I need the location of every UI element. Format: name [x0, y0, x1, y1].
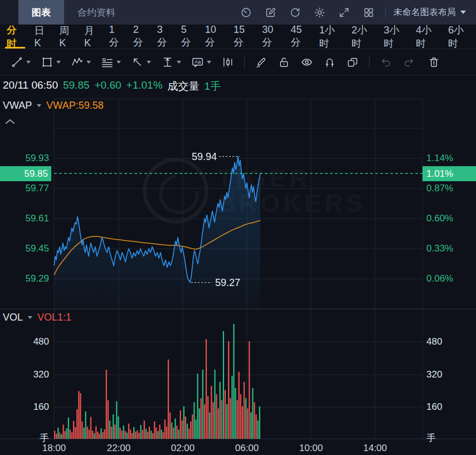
trend-line-tool[interactable] [6, 56, 36, 69]
volume-bar [226, 404, 227, 439]
volume-bar [142, 430, 143, 439]
timeframe-item-6[interactable]: 3分 [152, 25, 176, 49]
volume-bar [63, 425, 64, 439]
volume-bar [220, 382, 221, 439]
volume-bar [87, 427, 88, 439]
quote-volume-label: 成交量 [168, 79, 200, 94]
volume-bar [245, 398, 246, 439]
volume-bar [152, 433, 153, 439]
chart-canvas[interactable]: 59.9459.27 [0, 75, 476, 455]
chevron-down-icon[interactable] [37, 104, 41, 107]
patterns-tool[interactable] [216, 56, 239, 69]
measure-tool[interactable] [156, 56, 186, 69]
timeframe-item-1[interactable]: 日K [29, 25, 54, 49]
unlock-icon [278, 56, 290, 69]
timeframe-item-7[interactable]: 5分 [176, 25, 200, 49]
volume-bar [80, 393, 81, 439]
gann-lines-tool[interactable]: G [96, 56, 126, 69]
chevron-down-icon[interactable] [28, 316, 32, 319]
timeframe-item-3[interactable]: 月K [79, 25, 104, 49]
timeframe-item-16[interactable]: 6小时 [443, 25, 475, 49]
freehand-draw-tool[interactable] [250, 56, 273, 69]
chart-area[interactable]: TIGER BROKERS 59.9459.27 20/11 06:50 59.… [0, 75, 476, 455]
volume-axis-label: 160 [0, 401, 49, 413]
timeframe-item-4[interactable]: 1分 [104, 25, 128, 49]
timeframe-item-0[interactable]: 分时 [1, 25, 29, 49]
volume-bar [249, 341, 250, 439]
tab-chart[interactable]: 图表 [18, 0, 64, 25]
magnet-toggle[interactable] [318, 56, 341, 69]
text-tool[interactable]: Aa [186, 56, 216, 69]
volume-bar [193, 402, 195, 439]
timeframe-item-12[interactable]: 1小时 [314, 25, 346, 49]
volume-bar [113, 414, 114, 439]
percent-axis-label: 0.33% [426, 243, 453, 254]
vwap-name[interactable]: VWAP [3, 100, 32, 112]
vol-value: VOL1:1 [37, 312, 71, 323]
timeframe-item-9[interactable]: 15分 [228, 25, 256, 49]
volume-bar [147, 432, 148, 439]
market-gauge-button[interactable] [234, 0, 258, 25]
volume-bar [135, 432, 136, 439]
volume-bar [190, 422, 191, 439]
volume-bar [235, 388, 236, 439]
top-bar-spacer [0, 0, 18, 25]
volume-bar [99, 434, 100, 439]
volume-bar [81, 422, 82, 439]
price-axis-label: 59.45 [0, 243, 49, 254]
text-annotation-icon: Aa [191, 56, 204, 69]
volume-bar [239, 372, 240, 439]
quote-datetime: 20/11 06:50 [3, 79, 58, 94]
redo-button[interactable] [397, 56, 420, 69]
clone-tool[interactable] [341, 56, 364, 69]
gauge-icon [240, 7, 252, 18]
undo-button[interactable] [375, 56, 397, 69]
timeframe-item-14[interactable]: 3小时 [378, 25, 410, 49]
delete-drawings-button[interactable] [422, 56, 445, 69]
timeframe-item-15[interactable]: 4小时 [410, 25, 443, 49]
timeframe-item-2[interactable]: 周K [54, 25, 79, 49]
arrows-tool[interactable] [126, 56, 156, 69]
fullscreen-button[interactable] [332, 0, 356, 25]
rectangle-icon [41, 56, 54, 69]
timeframe-item-5[interactable]: 2分 [128, 25, 152, 49]
shapes-tool[interactable] [36, 56, 66, 69]
divider [385, 7, 386, 18]
visibility-toggle[interactable] [295, 56, 318, 69]
time-axis-label: 22:00 [107, 443, 131, 454]
tab-contract-info[interactable]: 合约资料 [64, 0, 129, 25]
chart-layout-selector[interactable]: 未命名图表布局 [390, 7, 469, 18]
volume-bar [138, 433, 139, 439]
volume-bar [176, 425, 177, 439]
collapse-pane-button[interactable] [5, 117, 15, 127]
waves-tool[interactable] [66, 56, 96, 69]
timeframe-item-13[interactable]: 2小时 [346, 25, 378, 49]
volume-bar [106, 370, 107, 439]
chevron-down-icon [177, 61, 181, 64]
volume-bar [218, 408, 219, 439]
fullscreen-icon [338, 7, 350, 18]
timeframe-item-8[interactable]: 10分 [200, 25, 228, 49]
refresh-button[interactable] [283, 0, 307, 25]
volume-bar [166, 427, 167, 439]
volume-bar [216, 394, 217, 439]
settings-button[interactable] [307, 0, 332, 25]
layout-grid-button[interactable] [356, 0, 381, 25]
volume-bar [61, 434, 62, 439]
volume-bar [258, 420, 259, 439]
candlestick-pattern-icon [221, 56, 234, 69]
timeframe-item-11[interactable]: 45分 [285, 25, 314, 49]
volume-bar [54, 430, 55, 439]
chevron-down-icon [147, 61, 151, 64]
volume-bar [231, 376, 232, 439]
vol-name[interactable]: VOL [3, 312, 23, 323]
chevron-down-icon [86, 61, 91, 64]
volume-bar [206, 339, 207, 439]
timeframe-item-10[interactable]: 30分 [256, 25, 285, 49]
edit-chart-button[interactable] [258, 0, 283, 25]
volume-bar [85, 412, 86, 439]
lock-toggle[interactable] [273, 56, 295, 69]
volume-bar [211, 386, 212, 439]
volume-bar [223, 331, 224, 439]
gann-lines-icon: G [101, 56, 114, 69]
